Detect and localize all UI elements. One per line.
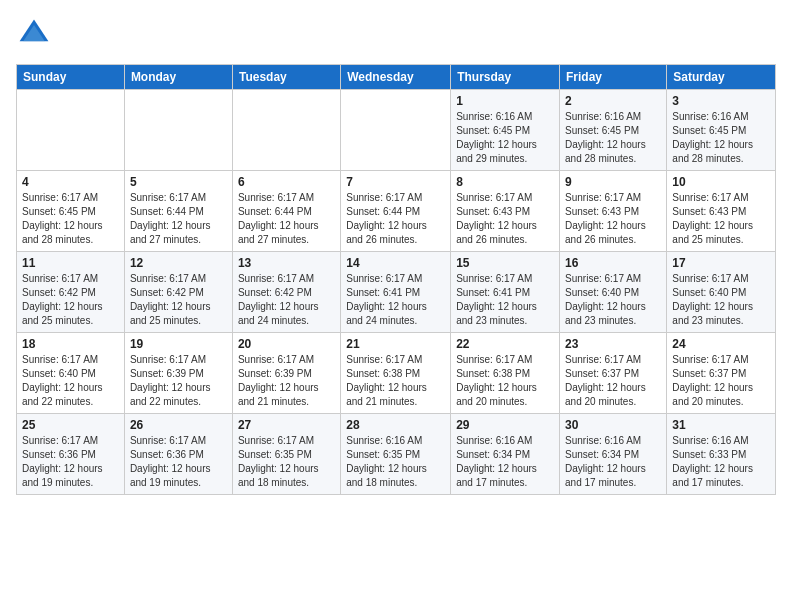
calendar-cell: 28Sunrise: 6:16 AM Sunset: 6:35 PM Dayli… (341, 414, 451, 495)
header (16, 16, 776, 52)
col-header-sunday: Sunday (17, 65, 125, 90)
day-info: Sunrise: 6:16 AM Sunset: 6:34 PM Dayligh… (456, 434, 554, 490)
day-info: Sunrise: 6:17 AM Sunset: 6:44 PM Dayligh… (238, 191, 335, 247)
calendar-cell: 10Sunrise: 6:17 AM Sunset: 6:43 PM Dayli… (667, 171, 776, 252)
day-info: Sunrise: 6:17 AM Sunset: 6:37 PM Dayligh… (565, 353, 661, 409)
day-number: 13 (238, 256, 335, 270)
day-number: 26 (130, 418, 227, 432)
day-info: Sunrise: 6:17 AM Sunset: 6:42 PM Dayligh… (130, 272, 227, 328)
day-number: 1 (456, 94, 554, 108)
calendar-cell: 11Sunrise: 6:17 AM Sunset: 6:42 PM Dayli… (17, 252, 125, 333)
day-number: 28 (346, 418, 445, 432)
day-number: 15 (456, 256, 554, 270)
calendar-cell: 27Sunrise: 6:17 AM Sunset: 6:35 PM Dayli… (232, 414, 340, 495)
day-info: Sunrise: 6:17 AM Sunset: 6:40 PM Dayligh… (565, 272, 661, 328)
day-number: 25 (22, 418, 119, 432)
day-number: 4 (22, 175, 119, 189)
calendar-cell: 9Sunrise: 6:17 AM Sunset: 6:43 PM Daylig… (560, 171, 667, 252)
day-number: 5 (130, 175, 227, 189)
col-header-thursday: Thursday (451, 65, 560, 90)
day-info: Sunrise: 6:17 AM Sunset: 6:42 PM Dayligh… (238, 272, 335, 328)
day-info: Sunrise: 6:16 AM Sunset: 6:33 PM Dayligh… (672, 434, 770, 490)
day-info: Sunrise: 6:17 AM Sunset: 6:44 PM Dayligh… (130, 191, 227, 247)
calendar-cell: 16Sunrise: 6:17 AM Sunset: 6:40 PM Dayli… (560, 252, 667, 333)
day-info: Sunrise: 6:17 AM Sunset: 6:42 PM Dayligh… (22, 272, 119, 328)
day-info: Sunrise: 6:16 AM Sunset: 6:34 PM Dayligh… (565, 434, 661, 490)
day-number: 22 (456, 337, 554, 351)
calendar-cell: 13Sunrise: 6:17 AM Sunset: 6:42 PM Dayli… (232, 252, 340, 333)
day-number: 20 (238, 337, 335, 351)
day-info: Sunrise: 6:17 AM Sunset: 6:35 PM Dayligh… (238, 434, 335, 490)
calendar-week-3: 11Sunrise: 6:17 AM Sunset: 6:42 PM Dayli… (17, 252, 776, 333)
day-info: Sunrise: 6:16 AM Sunset: 6:45 PM Dayligh… (672, 110, 770, 166)
calendar-cell: 1Sunrise: 6:16 AM Sunset: 6:45 PM Daylig… (451, 90, 560, 171)
calendar-cell: 18Sunrise: 6:17 AM Sunset: 6:40 PM Dayli… (17, 333, 125, 414)
col-header-wednesday: Wednesday (341, 65, 451, 90)
calendar-week-5: 25Sunrise: 6:17 AM Sunset: 6:36 PM Dayli… (17, 414, 776, 495)
day-number: 17 (672, 256, 770, 270)
day-number: 7 (346, 175, 445, 189)
day-info: Sunrise: 6:17 AM Sunset: 6:36 PM Dayligh… (130, 434, 227, 490)
calendar-cell: 12Sunrise: 6:17 AM Sunset: 6:42 PM Dayli… (124, 252, 232, 333)
day-number: 27 (238, 418, 335, 432)
calendar-cell (232, 90, 340, 171)
calendar-cell: 30Sunrise: 6:16 AM Sunset: 6:34 PM Dayli… (560, 414, 667, 495)
day-number: 12 (130, 256, 227, 270)
day-info: Sunrise: 6:16 AM Sunset: 6:35 PM Dayligh… (346, 434, 445, 490)
calendar-cell: 8Sunrise: 6:17 AM Sunset: 6:43 PM Daylig… (451, 171, 560, 252)
day-info: Sunrise: 6:17 AM Sunset: 6:38 PM Dayligh… (456, 353, 554, 409)
calendar-cell: 7Sunrise: 6:17 AM Sunset: 6:44 PM Daylig… (341, 171, 451, 252)
day-info: Sunrise: 6:17 AM Sunset: 6:40 PM Dayligh… (672, 272, 770, 328)
day-number: 21 (346, 337, 445, 351)
logo (16, 16, 56, 52)
calendar-header-row: SundayMondayTuesdayWednesdayThursdayFrid… (17, 65, 776, 90)
day-number: 11 (22, 256, 119, 270)
day-info: Sunrise: 6:17 AM Sunset: 6:43 PM Dayligh… (456, 191, 554, 247)
calendar-week-1: 1Sunrise: 6:16 AM Sunset: 6:45 PM Daylig… (17, 90, 776, 171)
calendar-cell (341, 90, 451, 171)
calendar-cell: 3Sunrise: 6:16 AM Sunset: 6:45 PM Daylig… (667, 90, 776, 171)
calendar-cell (17, 90, 125, 171)
calendar-table: SundayMondayTuesdayWednesdayThursdayFrid… (16, 64, 776, 495)
day-info: Sunrise: 6:16 AM Sunset: 6:45 PM Dayligh… (565, 110, 661, 166)
day-info: Sunrise: 6:17 AM Sunset: 6:38 PM Dayligh… (346, 353, 445, 409)
calendar-cell: 6Sunrise: 6:17 AM Sunset: 6:44 PM Daylig… (232, 171, 340, 252)
calendar-cell: 14Sunrise: 6:17 AM Sunset: 6:41 PM Dayli… (341, 252, 451, 333)
col-header-friday: Friday (560, 65, 667, 90)
day-number: 30 (565, 418, 661, 432)
calendar-cell: 24Sunrise: 6:17 AM Sunset: 6:37 PM Dayli… (667, 333, 776, 414)
calendar-cell: 15Sunrise: 6:17 AM Sunset: 6:41 PM Dayli… (451, 252, 560, 333)
calendar-cell: 29Sunrise: 6:16 AM Sunset: 6:34 PM Dayli… (451, 414, 560, 495)
calendar-cell: 21Sunrise: 6:17 AM Sunset: 6:38 PM Dayli… (341, 333, 451, 414)
calendar-cell: 5Sunrise: 6:17 AM Sunset: 6:44 PM Daylig… (124, 171, 232, 252)
calendar-week-4: 18Sunrise: 6:17 AM Sunset: 6:40 PM Dayli… (17, 333, 776, 414)
day-number: 8 (456, 175, 554, 189)
calendar-cell: 2Sunrise: 6:16 AM Sunset: 6:45 PM Daylig… (560, 90, 667, 171)
calendar-cell: 19Sunrise: 6:17 AM Sunset: 6:39 PM Dayli… (124, 333, 232, 414)
day-number: 31 (672, 418, 770, 432)
logo-icon (16, 16, 52, 52)
day-number: 23 (565, 337, 661, 351)
day-number: 10 (672, 175, 770, 189)
calendar-cell: 22Sunrise: 6:17 AM Sunset: 6:38 PM Dayli… (451, 333, 560, 414)
day-info: Sunrise: 6:17 AM Sunset: 6:43 PM Dayligh… (565, 191, 661, 247)
day-info: Sunrise: 6:17 AM Sunset: 6:45 PM Dayligh… (22, 191, 119, 247)
day-info: Sunrise: 6:17 AM Sunset: 6:39 PM Dayligh… (130, 353, 227, 409)
day-info: Sunrise: 6:17 AM Sunset: 6:41 PM Dayligh… (456, 272, 554, 328)
day-info: Sunrise: 6:17 AM Sunset: 6:36 PM Dayligh… (22, 434, 119, 490)
day-info: Sunrise: 6:17 AM Sunset: 6:37 PM Dayligh… (672, 353, 770, 409)
col-header-monday: Monday (124, 65, 232, 90)
day-number: 6 (238, 175, 335, 189)
calendar-cell: 25Sunrise: 6:17 AM Sunset: 6:36 PM Dayli… (17, 414, 125, 495)
day-info: Sunrise: 6:17 AM Sunset: 6:39 PM Dayligh… (238, 353, 335, 409)
day-number: 29 (456, 418, 554, 432)
calendar-cell: 4Sunrise: 6:17 AM Sunset: 6:45 PM Daylig… (17, 171, 125, 252)
col-header-saturday: Saturday (667, 65, 776, 90)
calendar-cell: 26Sunrise: 6:17 AM Sunset: 6:36 PM Dayli… (124, 414, 232, 495)
day-info: Sunrise: 6:17 AM Sunset: 6:40 PM Dayligh… (22, 353, 119, 409)
day-info: Sunrise: 6:17 AM Sunset: 6:43 PM Dayligh… (672, 191, 770, 247)
day-number: 3 (672, 94, 770, 108)
calendar-cell: 31Sunrise: 6:16 AM Sunset: 6:33 PM Dayli… (667, 414, 776, 495)
day-info: Sunrise: 6:17 AM Sunset: 6:41 PM Dayligh… (346, 272, 445, 328)
calendar-cell (124, 90, 232, 171)
